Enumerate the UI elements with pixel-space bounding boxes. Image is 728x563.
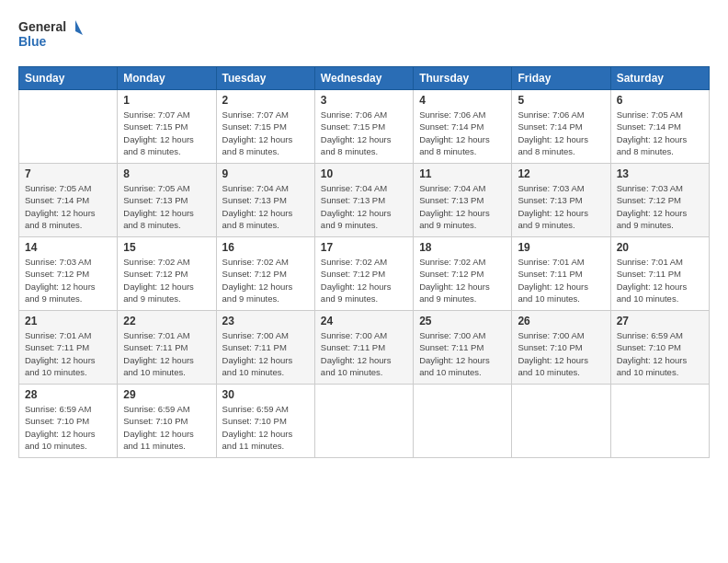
cell-w3-d2: 23Sunrise: 7:00 AM Sunset: 7:11 PM Dayli… [216, 311, 314, 385]
cell-info: Sunrise: 7:00 AM Sunset: 7:11 PM Dayligh… [222, 329, 309, 378]
day-number: 20 [617, 241, 703, 254]
cell-info: Sunrise: 7:04 AM Sunset: 7:13 PM Dayligh… [321, 182, 407, 231]
day-number: 18 [419, 241, 506, 254]
cell-w4-d3 [314, 385, 413, 458]
day-number: 4 [419, 94, 506, 107]
day-number: 22 [123, 315, 210, 327]
day-number: 30 [222, 388, 309, 401]
col-header-wednesday: Wednesday [314, 67, 413, 90]
cell-w2-d4: 18Sunrise: 7:02 AM Sunset: 7:12 PM Dayli… [414, 237, 512, 311]
day-number: 26 [518, 315, 604, 327]
cell-info: Sunrise: 7:00 AM Sunset: 7:11 PM Dayligh… [321, 329, 407, 378]
col-header-sunday: Sunday [19, 67, 118, 90]
cell-info: Sunrise: 6:59 AM Sunset: 7:10 PM Dayligh… [25, 403, 111, 452]
day-number: 13 [617, 167, 703, 180]
day-number: 25 [419, 315, 506, 327]
cell-w2-d6: 20Sunrise: 7:01 AM Sunset: 7:11 PM Dayli… [610, 237, 709, 311]
cell-w0-d1: 1Sunrise: 7:07 AM Sunset: 7:15 PM Daylig… [118, 90, 216, 164]
cell-info: Sunrise: 6:59 AM Sunset: 7:10 PM Dayligh… [617, 329, 703, 378]
cell-w1-d0: 7Sunrise: 7:05 AM Sunset: 7:14 PM Daylig… [19, 164, 118, 237]
day-number: 9 [222, 167, 309, 180]
cell-info: Sunrise: 7:02 AM Sunset: 7:12 PM Dayligh… [222, 256, 309, 304]
day-number: 10 [321, 167, 407, 180]
page: General Blue SundayMondayTuesdayWednesda… [0, 0, 728, 467]
day-number: 15 [123, 241, 210, 254]
cell-info: Sunrise: 7:06 AM Sunset: 7:15 PM Dayligh… [321, 109, 407, 157]
header: General Blue [18, 17, 710, 55]
cell-info: Sunrise: 7:07 AM Sunset: 7:15 PM Dayligh… [222, 109, 309, 157]
cell-w2-d0: 14Sunrise: 7:03 AM Sunset: 7:12 PM Dayli… [19, 237, 118, 311]
day-number: 27 [617, 315, 703, 327]
cell-w4-d5 [512, 385, 610, 458]
cell-w1-d4: 11Sunrise: 7:04 AM Sunset: 7:13 PM Dayli… [414, 164, 512, 237]
cell-w1-d1: 8Sunrise: 7:05 AM Sunset: 7:13 PM Daylig… [118, 164, 216, 237]
cell-w3-d3: 24Sunrise: 7:00 AM Sunset: 7:11 PM Dayli… [314, 311, 413, 385]
day-number: 12 [518, 167, 604, 180]
cell-w2-d3: 17Sunrise: 7:02 AM Sunset: 7:12 PM Dayli… [314, 237, 413, 311]
cell-info: Sunrise: 7:01 AM Sunset: 7:11 PM Dayligh… [25, 329, 111, 378]
cell-info: Sunrise: 7:02 AM Sunset: 7:12 PM Dayligh… [419, 256, 506, 304]
cell-w4-d6 [610, 385, 709, 458]
svg-text:Blue: Blue [18, 34, 47, 49]
cell-info: Sunrise: 6:59 AM Sunset: 7:10 PM Dayligh… [123, 403, 210, 452]
day-number: 6 [617, 94, 703, 107]
day-number: 8 [123, 167, 210, 180]
day-number: 29 [123, 388, 210, 401]
cell-w4-d1: 29Sunrise: 6:59 AM Sunset: 7:10 PM Dayli… [118, 385, 216, 458]
cell-w4-d0: 28Sunrise: 6:59 AM Sunset: 7:10 PM Dayli… [19, 385, 118, 458]
cell-w0-d0 [19, 90, 118, 164]
logo-svg: General Blue [18, 17, 83, 55]
cell-info: Sunrise: 7:04 AM Sunset: 7:13 PM Dayligh… [222, 182, 309, 231]
col-header-tuesday: Tuesday [216, 67, 314, 90]
day-number: 23 [222, 315, 309, 327]
cell-info: Sunrise: 7:02 AM Sunset: 7:12 PM Dayligh… [123, 256, 210, 304]
col-header-saturday: Saturday [610, 67, 709, 90]
day-number: 28 [25, 388, 111, 401]
logo: General Blue [18, 17, 83, 55]
day-number: 3 [321, 94, 407, 107]
col-header-friday: Friday [512, 67, 610, 90]
cell-w1-d2: 9Sunrise: 7:04 AM Sunset: 7:13 PM Daylig… [216, 164, 314, 237]
cell-info: Sunrise: 7:03 AM Sunset: 7:13 PM Dayligh… [518, 182, 604, 231]
svg-text:General: General [18, 19, 66, 34]
day-number: 21 [25, 315, 111, 327]
col-header-monday: Monday [118, 67, 216, 90]
cell-w4-d2: 30Sunrise: 6:59 AM Sunset: 7:10 PM Dayli… [216, 385, 314, 458]
cell-info: Sunrise: 7:01 AM Sunset: 7:11 PM Dayligh… [123, 329, 210, 378]
cell-info: Sunrise: 7:01 AM Sunset: 7:11 PM Dayligh… [617, 256, 703, 304]
cell-info: Sunrise: 7:03 AM Sunset: 7:12 PM Dayligh… [617, 182, 703, 231]
cell-w0-d5: 5Sunrise: 7:06 AM Sunset: 7:14 PM Daylig… [512, 90, 610, 164]
cell-w1-d3: 10Sunrise: 7:04 AM Sunset: 7:13 PM Dayli… [314, 164, 413, 237]
cell-w1-d6: 13Sunrise: 7:03 AM Sunset: 7:12 PM Dayli… [610, 164, 709, 237]
svg-marker-2 [75, 20, 83, 35]
cell-w3-d1: 22Sunrise: 7:01 AM Sunset: 7:11 PM Dayli… [118, 311, 216, 385]
day-number: 14 [25, 241, 111, 254]
cell-info: Sunrise: 7:04 AM Sunset: 7:13 PM Dayligh… [419, 182, 506, 231]
day-number: 7 [25, 167, 111, 180]
cell-info: Sunrise: 7:00 AM Sunset: 7:10 PM Dayligh… [518, 329, 604, 378]
day-number: 5 [518, 94, 604, 107]
day-number: 24 [321, 315, 407, 327]
cell-w2-d2: 16Sunrise: 7:02 AM Sunset: 7:12 PM Dayli… [216, 237, 314, 311]
cell-info: Sunrise: 7:00 AM Sunset: 7:11 PM Dayligh… [419, 329, 506, 378]
cell-w3-d6: 27Sunrise: 6:59 AM Sunset: 7:10 PM Dayli… [610, 311, 709, 385]
cell-info: Sunrise: 7:06 AM Sunset: 7:14 PM Dayligh… [518, 109, 604, 157]
cell-w1-d5: 12Sunrise: 7:03 AM Sunset: 7:13 PM Dayli… [512, 164, 610, 237]
day-number: 19 [518, 241, 604, 254]
cell-info: Sunrise: 7:01 AM Sunset: 7:11 PM Dayligh… [518, 256, 604, 304]
cell-info: Sunrise: 7:05 AM Sunset: 7:14 PM Dayligh… [25, 182, 111, 231]
cell-info: Sunrise: 7:06 AM Sunset: 7:14 PM Dayligh… [419, 109, 506, 157]
cell-w0-d2: 2Sunrise: 7:07 AM Sunset: 7:15 PM Daylig… [216, 90, 314, 164]
cell-info: Sunrise: 6:59 AM Sunset: 7:10 PM Dayligh… [222, 403, 309, 452]
day-number: 17 [321, 241, 407, 254]
cell-w4-d4 [414, 385, 512, 458]
day-number: 11 [419, 167, 506, 180]
cell-info: Sunrise: 7:05 AM Sunset: 7:14 PM Dayligh… [617, 109, 703, 157]
cell-w0-d6: 6Sunrise: 7:05 AM Sunset: 7:14 PM Daylig… [610, 90, 709, 164]
day-number: 16 [222, 241, 309, 254]
cell-w3-d4: 25Sunrise: 7:00 AM Sunset: 7:11 PM Dayli… [414, 311, 512, 385]
cell-w2-d1: 15Sunrise: 7:02 AM Sunset: 7:12 PM Dayli… [118, 237, 216, 311]
cell-w3-d5: 26Sunrise: 7:00 AM Sunset: 7:10 PM Dayli… [512, 311, 610, 385]
cell-info: Sunrise: 7:03 AM Sunset: 7:12 PM Dayligh… [25, 256, 111, 304]
cell-w0-d4: 4Sunrise: 7:06 AM Sunset: 7:14 PM Daylig… [414, 90, 512, 164]
